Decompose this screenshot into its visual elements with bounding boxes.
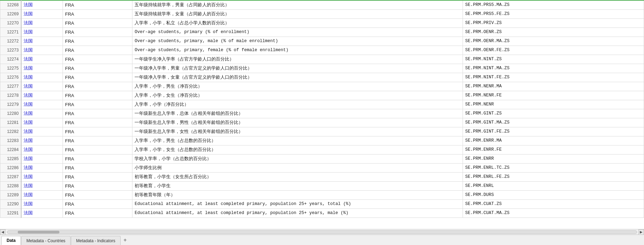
- tab-metadata-indicators[interactable]: Metadata - Indicators: [71, 236, 121, 245]
- country-cell: 法国: [21, 91, 63, 100]
- series-cell: SE.PRM.ENRR: [463, 154, 644, 163]
- table-row: 12289法国FRA初等教育年限（年）SE.PRM.DURS: [0, 190, 644, 199]
- country-cell: 法国: [21, 109, 63, 118]
- indicator-cell: 一年级净入学率，男童（占官方定义的学龄人口的百分比）: [132, 64, 463, 73]
- country-cell: 法国: [21, 0, 63, 9]
- country-cell: 法国: [21, 136, 63, 145]
- row-number: 12285: [0, 154, 21, 163]
- indicator-cell: 初等教育年限（年）: [132, 190, 463, 199]
- indicator-cell: 一年级新生总入学率，女性（占相关年龄组的百分比）: [132, 127, 463, 136]
- series-cell: SE.PRM.ENRL.TC.ZS: [463, 163, 644, 172]
- scroll-left-btn[interactable]: ◀: [0, 229, 6, 235]
- country-cell: 法国: [21, 172, 63, 181]
- code-cell: FRA: [63, 64, 132, 73]
- row-number: 12280: [0, 109, 21, 118]
- row-number: 12288: [0, 181, 21, 190]
- code-cell: FRA: [63, 18, 132, 27]
- series-cell: SE.PRM.NENR: [463, 100, 644, 109]
- indicator-cell: 初等教育，小学生: [132, 181, 463, 190]
- code-cell: FRA: [63, 9, 132, 18]
- row-number: 12271: [0, 27, 21, 37]
- table-row: 12285法国FRA学校入学率，小学（占总数的百分比）SE.PRM.ENRR: [0, 154, 644, 163]
- row-number: 12290: [0, 199, 21, 208]
- country-cell: 法国: [21, 9, 63, 18]
- table-row: 12287法国FRA初等教育，小学生（女生所占百分比）SE.PRM.ENRL.F…: [0, 172, 644, 181]
- tab-data[interactable]: Data: [1, 236, 21, 245]
- row-number: 12274: [0, 55, 21, 64]
- series-cell: SE.PRM.NINT.MA.ZS: [463, 64, 644, 73]
- table-row: 12272法国FRAOver-age students, primary, ma…: [0, 37, 644, 46]
- table-row: 12291法国FRAEducational attainment, at lea…: [0, 208, 644, 218]
- table-row: 12271法国FRAOver-age students, primary (% …: [0, 27, 644, 37]
- country-cell: 法国: [21, 118, 63, 127]
- data-table: 12268法国FRA五年级持续就学率，男童（占同龄人的百分比）SE.PRM.PR…: [0, 0, 644, 218]
- indicator-cell: 入学率，小学，私立（占总小学人数的百分比）: [132, 18, 463, 27]
- horizontal-scrollbar[interactable]: ◀ ▶: [0, 229, 644, 235]
- code-cell: FRA: [63, 181, 132, 190]
- country-cell: 法国: [21, 127, 63, 136]
- indicator-cell: 一年级学生净入学率（占官方学龄人口的百分比）: [132, 55, 463, 64]
- indicator-cell: 入学率，小学（净百分比）: [132, 100, 463, 109]
- code-cell: FRA: [63, 55, 132, 64]
- code-cell: FRA: [63, 118, 132, 127]
- country-cell: 法国: [21, 199, 63, 208]
- series-cell: SE.PRM.GINT.FE.ZS: [463, 127, 644, 136]
- code-cell: FRA: [63, 91, 132, 100]
- series-cell: SE.PRM.ENRR.FE: [463, 145, 644, 154]
- country-cell: 法国: [21, 64, 63, 73]
- country-cell: 法国: [21, 208, 63, 218]
- table-row: 12276法国FRA一年级净入学率，女童（占官方定义的学龄人口的百分比）SE.P…: [0, 73, 644, 82]
- row-number: 12277: [0, 82, 21, 91]
- scroll-thumb[interactable]: [18, 231, 59, 234]
- row-number: 12268: [0, 0, 21, 9]
- series-cell: SE.PRM.GINT.MA.ZS: [463, 118, 644, 127]
- add-tab-button[interactable]: +: [121, 236, 129, 244]
- scroll-right-btn[interactable]: ▶: [638, 229, 644, 235]
- indicator-cell: Over-age students, primary, female (% of…: [132, 46, 463, 55]
- code-cell: FRA: [63, 208, 132, 218]
- row-number: 12281: [0, 118, 21, 127]
- series-cell: SE.PRM.ENRL.FE.ZS: [463, 172, 644, 181]
- table-row: 12288法国FRA初等教育，小学生SE.PRM.ENRL: [0, 181, 644, 190]
- spreadsheet-container: 12268法国FRA五年级持续就学率，男童（占同龄人的百分比）SE.PRM.PR…: [0, 0, 644, 245]
- table-row: 12279法国FRA入学率，小学（净百分比）SE.PRM.NENR: [0, 100, 644, 109]
- tab-bar: Data Metadata - Countries Metadata - Ind…: [0, 235, 644, 245]
- indicator-cell: 学校入学率，小学（占总数的百分比）: [132, 154, 463, 163]
- table-row: 12290法国FRAEducational attainment, at lea…: [0, 199, 644, 208]
- indicator-cell: 入学率，小学，女生（占总数的百分比）: [132, 145, 463, 154]
- code-cell: FRA: [63, 27, 132, 37]
- row-number: 12272: [0, 37, 21, 46]
- table-row: 12275法国FRA一年级净入学率，男童（占官方定义的学龄人口的百分比）SE.P…: [0, 64, 644, 73]
- indicator-cell: 一年级新生总入学率，男性（占相关年龄组的百分比）: [132, 118, 463, 127]
- code-cell: FRA: [63, 100, 132, 109]
- country-cell: 法国: [21, 145, 63, 154]
- country-cell: 法国: [21, 82, 63, 91]
- series-cell: SE.PRM.GINT.ZS: [463, 109, 644, 118]
- row-number: 12275: [0, 64, 21, 73]
- table-row: 12283法国FRA入学率，小学，男生（占总数的百分比）SE.PRM.ENRR.…: [0, 136, 644, 145]
- table-row: 12269法国FRA五年级持续就学率，女童（占同龄人的百分比）SE.PRM.PR…: [0, 9, 644, 18]
- series-cell: SE.PRM.PRS5.MA.ZS: [463, 0, 644, 9]
- table-row: 12274法国FRA一年级学生净入学率（占官方学龄人口的百分比）SE.PRM.N…: [0, 55, 644, 64]
- indicator-cell: 入学率，小学，男生（占总数的百分比）: [132, 136, 463, 145]
- table-area: 12268法国FRA五年级持续就学率，男童（占同龄人的百分比）SE.PRM.PR…: [0, 0, 644, 229]
- series-cell: SE.PRM.ENRL: [463, 181, 644, 190]
- series-cell: SE.PRM.OENR.FE.ZS: [463, 46, 644, 55]
- indicator-cell: 入学率，小学，女生（净百分比）: [132, 91, 463, 100]
- table-row: 12286法国FRA小学师生比例SE.PRM.ENRL.TC.ZS: [0, 163, 644, 172]
- row-number: 12278: [0, 91, 21, 100]
- series-cell: SE.PRM.PRS5.FE.ZS: [463, 9, 644, 18]
- series-cell: SE.PRM.OENR.ZS: [463, 27, 644, 37]
- series-cell: SE.PRM.NINT.ZS: [463, 55, 644, 64]
- code-cell: FRA: [63, 127, 132, 136]
- country-cell: 法国: [21, 154, 63, 163]
- series-cell: SE.PRM.NENR.MA: [463, 82, 644, 91]
- indicator-cell: Over-age students, primary (% of enrollm…: [132, 27, 463, 37]
- scroll-track[interactable]: [7, 230, 637, 234]
- row-number: 12287: [0, 172, 21, 181]
- code-cell: FRA: [63, 190, 132, 199]
- country-cell: 法国: [21, 46, 63, 55]
- indicator-cell: 入学率，小学，男生（净百分比）: [132, 82, 463, 91]
- country-cell: 法国: [21, 37, 63, 46]
- tab-metadata-countries[interactable]: Metadata - Countries: [21, 236, 71, 245]
